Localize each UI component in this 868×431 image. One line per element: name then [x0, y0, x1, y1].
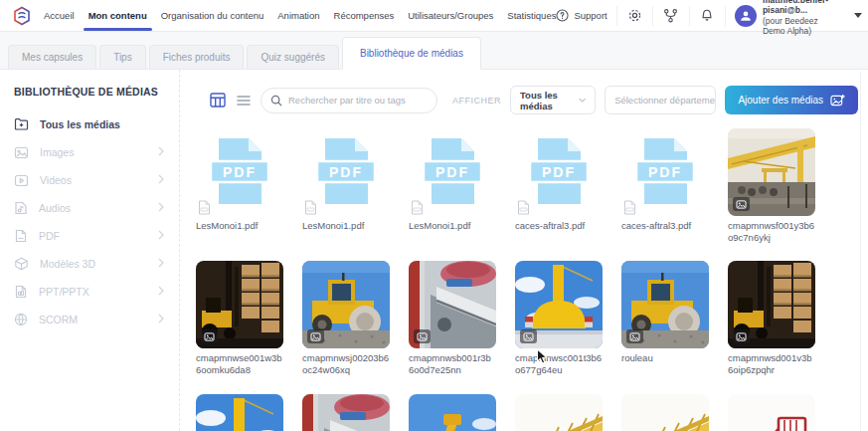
media-tile-image[interactable]: [728, 394, 815, 431]
media-tile-image[interactable]: [621, 394, 709, 431]
sidebar-item-images[interactable]: Images: [14, 138, 179, 166]
media-filename: cmapmnwsb001r3b6o0d7e25nn: [409, 352, 496, 375]
branch-icon[interactable]: [662, 8, 680, 23]
media-tile-image[interactable]: rouleau: [621, 261, 709, 375]
media-tile-pdf[interactable]: PDF caces-aftral3.pdf: [515, 128, 603, 243]
sidebar-item-tous-les-medias[interactable]: Tous les médias: [14, 110, 179, 138]
photo-thumbnail-red-boom-lift: [728, 394, 815, 431]
pdf-file-badge-icon: [623, 200, 636, 215]
media-filename: cmapmnwsd001v3b6oip6zpqhr: [728, 352, 815, 375]
photo-thumbnail-truss: [621, 394, 709, 431]
media-tile-image[interactable]: [515, 394, 603, 431]
chevron-right-icon: [158, 174, 164, 186]
add-media-button[interactable]: Ajouter des médias: [725, 86, 858, 114]
media-tile-pdf[interactable]: PDF LesMonoi1.pdf: [302, 128, 390, 243]
nav-mon-contenu[interactable]: Mon contenu: [88, 0, 147, 31]
image-badge-icon: [733, 197, 750, 211]
media-tile-pdf[interactable]: PDF LesMonoi1.pdf: [196, 128, 283, 243]
sidebar-item-videos[interactable]: Videos: [14, 166, 179, 194]
sidebar-item-label: Audios: [39, 202, 147, 214]
sidebar-item-ppt-pptx[interactable]: PPT/PPTX: [14, 278, 179, 306]
audio-icon: [14, 201, 28, 215]
tab-tips[interactable]: Tips: [99, 45, 146, 69]
sidebar-item-label: Images: [40, 146, 147, 158]
search-input[interactable]: [260, 88, 437, 113]
help-circle-icon: [556, 9, 569, 22]
content-tabs: Mes capsules Tips Fiches produits Quiz s…: [0, 32, 868, 70]
afficher-label: AFFICHER: [452, 96, 501, 106]
pdf-thumbnail: PDF: [621, 128, 709, 216]
media-tile-image[interactable]: [409, 394, 496, 431]
sidebar-item-label: SCORM: [39, 314, 147, 325]
sidebar-item-modeles-3d[interactable]: Modèles 3D: [14, 250, 179, 278]
pdf-file-icon: [14, 229, 28, 243]
video-icon: [14, 174, 29, 187]
support-button[interactable]: Support: [556, 9, 607, 22]
sidebar-item-label: Modèles 3D: [40, 258, 147, 270]
chevron-right-icon: [158, 258, 164, 270]
photo-thumbnail-truss: [515, 394, 603, 431]
media-tile-pdf[interactable]: PDF caces-aftral3.pdf: [621, 128, 709, 243]
media-filename: LesMonoi1.pdf: [409, 220, 496, 232]
avatar: [735, 5, 757, 27]
media-sidebar: BIBLIOTHÈQUE DE MÉDIAS Tous les médias I…: [0, 70, 180, 431]
media-type-select[interactable]: Tous les médias: [510, 86, 596, 114]
media-filename: caces-aftral3.pdf: [515, 220, 603, 232]
nav-animation[interactable]: Animation: [277, 0, 319, 31]
tab-fiches-produits[interactable]: Fiches produits: [149, 45, 245, 69]
photo-thumbnail-road-roller: [302, 261, 390, 348]
list-view-icon[interactable]: [237, 95, 251, 107]
department-select[interactable]: Sélectionner départemen...: [605, 86, 716, 114]
media-tile-image[interactable]: [196, 394, 283, 431]
sidebar-item-label: Tous les médias: [40, 118, 164, 130]
media-tile-image[interactable]: cmapmnwse001w3b6oomku6da8: [196, 261, 283, 375]
media-row: [196, 394, 868, 431]
nav-organisation[interactable]: Organisation du contenu: [161, 0, 264, 31]
scrollbar-track[interactable]: [860, 72, 861, 431]
add-media-label: Ajouter des médias: [738, 95, 823, 106]
pdf-glyph-text: PDF: [329, 164, 363, 180]
grid-view-icon[interactable]: [210, 93, 226, 108]
tab-mes-capsules[interactable]: Mes capsules: [8, 45, 96, 69]
search-icon: [270, 95, 282, 107]
support-label: Support: [574, 10, 607, 21]
media-filename: cmapmnwsc001t3b6o677g64eu: [515, 352, 603, 375]
sidebar-item-pdf[interactable]: PDF: [14, 222, 179, 250]
media-filename: cmapmnwsj00203b6oc24w06xq: [302, 352, 390, 375]
media-tile-image[interactable]: cmapmnwsd001v3b6oip6zpqhr: [728, 261, 815, 375]
chevron-right-icon: [158, 202, 164, 214]
chevron-right-icon: [158, 314, 164, 325]
image-badge-icon: [307, 329, 324, 343]
sidebar-item-label: PDF: [39, 230, 147, 242]
pdf-thumbnail: PDF: [515, 128, 603, 216]
account-menu[interactable]: matthieu.benier-pisani@b... (pour Beedee…: [735, 0, 862, 37]
media-tile-pdf[interactable]: PDF LesMonoi1.pdf: [409, 128, 496, 243]
media-tile-image[interactable]: cmapmnwsj00203b6oc24w06xq: [302, 261, 390, 375]
gear-icon[interactable]: [626, 8, 644, 23]
pdf-glyph-text: PDF: [223, 164, 257, 180]
sidebar-title: BIBLIOTHÈQUE DE MÉDIAS: [14, 86, 179, 98]
sidebar-item-scorm[interactable]: SCORM: [14, 306, 179, 333]
media-tile-image[interactable]: cmapmnwsc001t3b6o677g64eu: [515, 261, 603, 375]
tab-bibliotheque-medias[interactable]: Bibliothèque de médias: [342, 37, 481, 70]
main-nav: Accueil Mon contenu Organisation du cont…: [44, 0, 556, 31]
media-tile-image[interactable]: [302, 394, 390, 431]
bell-icon[interactable]: [698, 8, 716, 23]
media-filename: caces-aftral3.pdf: [621, 220, 709, 232]
tab-quiz-suggeres[interactable]: Quiz suggérés: [247, 45, 338, 69]
scorm-globe-icon: [14, 313, 28, 326]
media-row: cmapmnwse001w3b6oomku6da8 cmapmnwsj00203…: [196, 261, 868, 375]
sidebar-item-audios[interactable]: Audios: [14, 194, 179, 222]
photo-thumbnail-forklift: [728, 261, 815, 348]
add-media-icon: [830, 94, 845, 107]
nav-utilisateurs-groupes[interactable]: Utilisateurs/Groupes: [408, 0, 493, 31]
nav-accueil[interactable]: Accueil: [44, 0, 75, 31]
media-filename: cmapmnwse001w3b6oomku6da8: [196, 352, 283, 375]
nav-recompenses[interactable]: Récompenses: [334, 0, 395, 31]
media-tile-image[interactable]: cmapmnwsb001r3b6o0d7e25nn: [409, 261, 496, 375]
media-type-value: Tous les médias: [520, 90, 579, 111]
pdf-thumbnail: PDF: [409, 128, 496, 216]
nav-statistiques[interactable]: Statistiques: [507, 0, 556, 31]
beedeez-logo[interactable]: [12, 6, 32, 26]
media-tile-image[interactable]: cmapmnwsf001y3b6o9c7n6ykj: [728, 128, 815, 243]
